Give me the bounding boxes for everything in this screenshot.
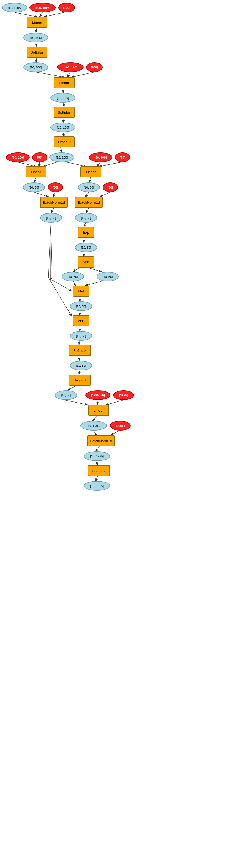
softplus-node-1: Softplus xyxy=(27,46,48,58)
input-node-8: [50, 100] xyxy=(89,153,112,162)
svg-line-8 xyxy=(72,72,94,77)
svg-line-31 xyxy=(73,268,80,272)
output-node-3: [10, 100] xyxy=(51,93,76,102)
svg-line-14 xyxy=(18,162,36,166)
output-node-1: [10, 100] xyxy=(23,33,48,42)
output-node-16: [10, 50] xyxy=(55,390,77,400)
svg-line-15 xyxy=(39,162,40,166)
dropout-node-1: Dropout xyxy=(54,136,75,148)
input-node-14: [1995] xyxy=(110,421,131,431)
svg-line-27 xyxy=(86,208,89,213)
add-node: Add xyxy=(73,315,89,326)
output-node-18: [10, 1995] xyxy=(84,451,110,461)
svg-line-4 xyxy=(36,42,37,46)
softmax-node-2: Softmax xyxy=(88,465,110,476)
linear-node-1: Linear xyxy=(27,17,48,28)
linear-node-4: Linear xyxy=(81,166,101,178)
svg-line-2 xyxy=(45,12,64,17)
svg-line-49 xyxy=(96,446,100,451)
linear-node-5: Linear xyxy=(88,405,109,416)
svg-line-3 xyxy=(36,28,37,33)
svg-line-16 xyxy=(43,162,57,166)
output-node-9: [10, 50] xyxy=(40,213,62,223)
svg-line-17 xyxy=(66,162,86,166)
svg-line-44 xyxy=(106,400,123,405)
input-node-3: [100] xyxy=(58,3,75,12)
output-node-14: [10, 50] xyxy=(70,331,92,341)
svg-line-40 xyxy=(79,356,80,361)
output-node-19: [10, 1995] xyxy=(84,481,110,491)
diagram-canvas: [10, 1995] [100, 1995] [100] Linear [10,… xyxy=(0,0,225,868)
arrows-svg xyxy=(0,0,225,868)
input-node-7: [50] xyxy=(32,153,48,162)
svg-line-39 xyxy=(79,341,80,345)
input-node-4: [100, 100] xyxy=(57,62,84,72)
svg-line-10 xyxy=(63,102,64,107)
svg-line-26 xyxy=(51,208,54,213)
svg-line-5 xyxy=(36,58,37,62)
input-node-6: [50, 100] xyxy=(6,153,30,162)
svg-line-1 xyxy=(40,12,43,17)
svg-line-22 xyxy=(34,192,49,197)
svg-line-6 xyxy=(36,72,64,77)
output-node-10: [10, 50] xyxy=(75,243,97,252)
svg-line-21 xyxy=(89,178,91,182)
linear-node-3: Linear xyxy=(26,166,46,178)
exp-node: Exp xyxy=(78,227,94,238)
svg-line-51 xyxy=(96,476,97,481)
svg-line-20 xyxy=(34,178,36,182)
output-node-12: [10, 50] xyxy=(96,272,119,281)
input-node-5: [100] xyxy=(86,62,103,72)
batchnorm-node-1: BatchNorm1d xyxy=(40,197,68,208)
input-node-2: [100, 1995] xyxy=(29,3,56,12)
batchnorm-node-2: BatchNorm1d xyxy=(75,197,103,208)
svg-line-11 xyxy=(63,118,64,123)
batchnorm-node-3: BatchNorm1d xyxy=(87,435,115,446)
dropout-node-2: Dropout xyxy=(69,375,91,385)
svg-line-12 xyxy=(63,132,64,136)
svg-line-42 xyxy=(68,385,76,390)
svg-line-35 xyxy=(85,281,101,285)
svg-line-48 xyxy=(92,431,96,435)
svg-line-13 xyxy=(61,148,62,153)
mul-node: Mul xyxy=(73,285,89,297)
output-node-4: [10, 100] xyxy=(51,123,76,132)
svg-line-28 xyxy=(84,223,86,227)
input-node-9: [50] xyxy=(115,153,130,162)
output-node-5: [10, 100] xyxy=(49,153,74,162)
output-node-7: [10, 50] xyxy=(78,182,100,192)
softplus-node-2: Softplus xyxy=(54,107,75,118)
svg-line-0 xyxy=(15,12,37,17)
output-node-8: [10, 50] xyxy=(75,213,97,223)
output-node-17: [10, 1995] xyxy=(81,421,107,431)
svg-line-19 xyxy=(99,162,121,166)
output-node-13: [10, 50] xyxy=(70,301,92,311)
input-node-12: [1995, 50] xyxy=(85,390,110,400)
svg-line-50 xyxy=(96,461,97,465)
input-node-1: [10, 1995] xyxy=(2,3,27,12)
output-node-6: [10, 50] xyxy=(23,182,45,192)
svg-line-9 xyxy=(63,88,64,93)
input-node-13: [1995] xyxy=(113,390,134,400)
svg-line-34 xyxy=(73,281,76,285)
svg-line-18 xyxy=(97,162,101,166)
linear-node-2: Linear xyxy=(54,77,75,88)
output-node-15: [10, 50] xyxy=(70,361,92,370)
svg-line-24 xyxy=(85,192,89,197)
svg-line-41 xyxy=(79,370,80,375)
svg-line-45 xyxy=(65,400,87,405)
svg-line-23 xyxy=(53,192,55,197)
svg-line-46 xyxy=(92,416,97,421)
sqrt-node: Sqrt xyxy=(78,256,94,268)
svg-line-25 xyxy=(100,192,110,197)
softmax-node-1: Softmax xyxy=(69,345,91,356)
svg-line-7 xyxy=(67,72,70,77)
output-node-2: [10, 100] xyxy=(23,62,48,72)
input-node-10: [50] xyxy=(48,182,63,192)
svg-line-43 xyxy=(97,400,98,405)
input-node-11: [50] xyxy=(103,182,118,192)
output-node-11: [10, 50] xyxy=(62,272,84,281)
svg-line-32 xyxy=(87,268,101,272)
svg-line-47 xyxy=(111,431,119,435)
